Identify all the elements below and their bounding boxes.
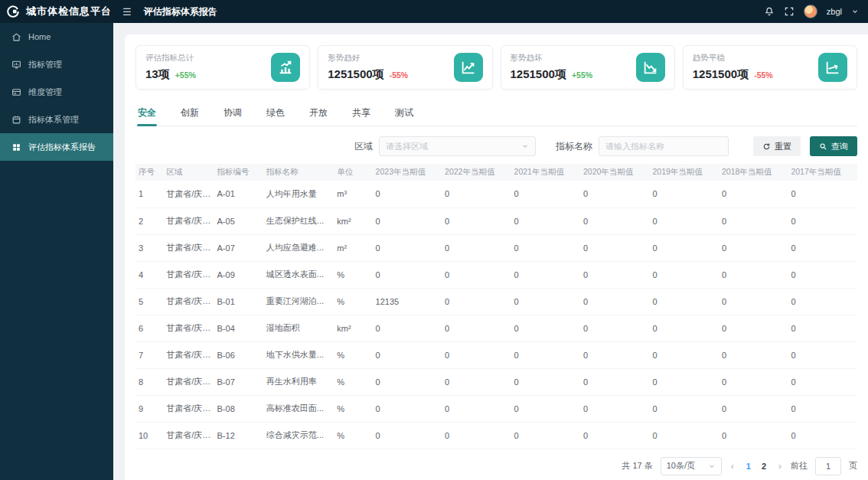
stat-cards: 评估指标总计13项+55%形势趋好1251500项-55%形势趋坏1251500…	[135, 45, 857, 90]
table-cell: 0	[719, 261, 788, 288]
table-cell: 0	[719, 234, 788, 261]
table-cell: 再生水利用率	[263, 368, 334, 395]
table-cell: 0	[511, 368, 580, 395]
indicator-name-input[interactable]	[599, 136, 729, 156]
tab-1[interactable]: 安全	[137, 102, 157, 126]
prev-page-button[interactable]: ‹	[729, 461, 736, 472]
table-cell: %	[334, 422, 372, 449]
stat-card-value: 13项	[145, 67, 170, 82]
table-cell: %	[334, 288, 372, 315]
table-cell: 0	[442, 315, 511, 341]
table-cell: 城区透水表面...	[263, 261, 334, 288]
tab-5[interactable]: 开放	[308, 102, 328, 126]
table-cell: 0	[649, 315, 718, 341]
chevron-down-icon	[521, 142, 529, 150]
table-column-header: 区域	[163, 164, 214, 181]
app-title: 城市体检信息平台	[26, 5, 112, 18]
table-cell: m²	[334, 234, 372, 261]
stat-card-value: 1251500项	[511, 67, 566, 82]
table-cell: A-01	[214, 181, 263, 207]
table-cell: 甘肃省/庆阳...	[163, 341, 214, 368]
table-column-header: 指标名称	[263, 164, 334, 181]
bar-chart-up-icon	[271, 53, 300, 82]
table-cell: 人均应急避难...	[263, 234, 334, 261]
table-cell: 甘肃省/庆阳...	[163, 207, 214, 234]
table-cell: 0	[649, 207, 718, 234]
table-cell: %	[334, 368, 372, 395]
page-number-1[interactable]: 1	[743, 462, 754, 471]
table-cell: 0	[649, 181, 718, 207]
table-cell: 0	[511, 395, 580, 422]
table-cell: 7	[135, 341, 163, 368]
table-cell: 0	[649, 395, 718, 422]
table-cell: 0	[719, 341, 788, 368]
fullscreen-icon[interactable]	[784, 6, 795, 17]
table-cell: 0	[719, 288, 788, 315]
stat-card-delta: -55%	[390, 70, 409, 80]
page-number-2[interactable]: 2	[759, 462, 769, 471]
table-cell: 0	[719, 315, 788, 341]
stat-card: 评估指标总计13项+55%	[135, 45, 310, 90]
table-cell: 0	[511, 261, 580, 288]
sidebar-item[interactable]: 指标体系管理	[0, 106, 113, 133]
chevron-down-icon[interactable]	[851, 8, 859, 15]
table-cell: 重要江河湖泊...	[263, 288, 334, 315]
table-cell: 人均年用水量	[263, 181, 334, 207]
table-cell: 生态保护红线...	[263, 207, 334, 234]
page-size-select[interactable]: 10条/页	[661, 457, 722, 475]
table-row: 7甘肃省/庆阳...B-06地下水供水量...%0000000	[135, 341, 857, 368]
table-cell: B-12	[214, 422, 263, 449]
table-cell: 0	[788, 234, 857, 261]
sidebar-item[interactable]: 评估指标体系报告	[0, 133, 113, 161]
table-cell: 0	[788, 288, 857, 315]
region-select-placeholder: 请选择区域	[386, 141, 428, 152]
table-cell: 0	[649, 261, 718, 288]
tab-6[interactable]: 共享	[351, 102, 371, 126]
table-cell: 9	[135, 395, 163, 422]
table-column-header: 序号	[135, 164, 163, 181]
table-cell: 0	[511, 341, 580, 368]
filter-row: 区域 请选择区域 指标名称 重置 查询	[135, 136, 857, 156]
pagination: 共 17 条 10条/页 ‹ 12 › 前往 页	[135, 457, 857, 475]
calendar-icon	[11, 115, 21, 125]
table-cell: 甘肃省/庆阳...	[163, 288, 214, 315]
goto-page-input[interactable]	[815, 457, 841, 475]
query-button[interactable]: 查询	[810, 136, 857, 156]
reset-button[interactable]: 重置	[753, 136, 801, 156]
tab-7[interactable]: 测试	[394, 102, 414, 126]
bell-icon[interactable]	[764, 6, 775, 17]
grid-icon	[11, 142, 21, 152]
table-header-row: 序号区域指标编号指标名称单位2023年当期值2022年当期值2021年当期值20…	[135, 164, 857, 181]
query-button-label: 查询	[831, 141, 848, 152]
category-tabs: 安全创新协调绿色开放共享测试	[135, 102, 857, 126]
sidebar-item[interactable]: 指标管理	[0, 51, 113, 78]
stat-card-delta: -55%	[754, 70, 773, 80]
table-column-header: 2020年当期值	[580, 164, 649, 181]
table-cell: 0	[649, 422, 718, 449]
user-avatar[interactable]	[804, 5, 817, 18]
tab-4[interactable]: 绿色	[266, 102, 286, 126]
table-cell: 0	[580, 315, 649, 341]
sidebar-item-label: Home	[28, 32, 51, 41]
table-cell: 0	[511, 422, 580, 449]
stat-card-value: 1251500项	[693, 67, 749, 82]
hamburger-icon[interactable]: ☰	[122, 6, 132, 18]
stat-card-label: 形势趋坏	[511, 53, 593, 64]
table-cell: 综合减灾示范...	[263, 422, 334, 449]
sidebar-item[interactable]: Home	[0, 23, 113, 51]
indicators-table: 序号区域指标编号指标名称单位2023年当期值2022年当期值2021年当期值20…	[135, 164, 857, 449]
content-panel: 评估指标总计13项+55%形势趋好1251500项-55%形势趋坏1251500…	[125, 34, 868, 480]
sidebar-item[interactable]: 维度管理	[0, 78, 113, 106]
tab-2[interactable]: 创新	[180, 102, 200, 126]
table-cell: 1	[135, 181, 163, 207]
table-cell: 0	[511, 181, 580, 207]
stat-card: 形势趋好1251500项-55%	[318, 45, 492, 90]
next-page-button[interactable]: ›	[777, 461, 783, 472]
line-chart-up-icon	[454, 53, 483, 82]
tab-3[interactable]: 协调	[223, 102, 243, 126]
table-cell: 甘肃省/庆阳...	[163, 315, 214, 341]
sidebar-item-label: 维度管理	[28, 87, 62, 98]
home-icon	[11, 32, 21, 42]
region-select[interactable]: 请选择区域	[379, 136, 536, 156]
table-cell: 0	[373, 422, 442, 449]
